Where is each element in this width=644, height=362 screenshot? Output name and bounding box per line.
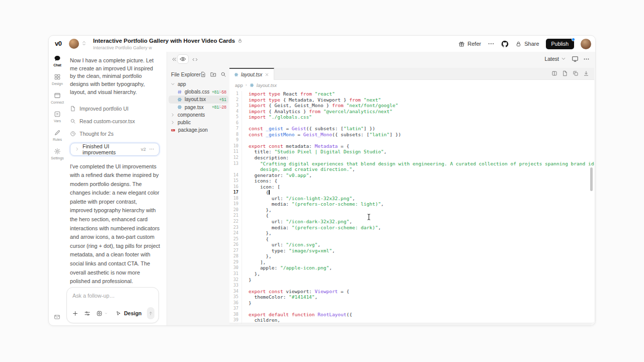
mail-icon[interactable]	[54, 314, 60, 320]
code-toggle-icon[interactable]	[192, 56, 198, 63]
tree-item-app[interactable]: app	[169, 80, 228, 88]
sidebar-item-chat[interactable]: Chat	[49, 55, 66, 67]
tree-item-components[interactable]: components	[169, 111, 228, 119]
code-line: 24 },	[229, 230, 594, 236]
chat-icon	[54, 55, 61, 62]
arrow-up-icon	[148, 311, 153, 316]
scrollbar-thumb[interactable]	[590, 167, 593, 191]
download-icon[interactable]	[583, 70, 589, 76]
tab-layout-tsx[interactable]: layout.tsx	[229, 68, 274, 80]
preview-toggle[interactable]	[177, 54, 189, 64]
sidebar-item-label: Settings	[51, 156, 63, 160]
input-placeholder: Ask a follow-up…	[72, 293, 115, 299]
hash-file-icon	[177, 89, 182, 95]
file-text-icon[interactable]	[562, 70, 568, 76]
project-switcher-icon[interactable]	[81, 40, 87, 46]
code-line: 23 media: "(prefers-color-scheme: dark)"…	[229, 225, 594, 231]
notification-dot	[572, 38, 575, 41]
frame-icon[interactable]	[96, 310, 103, 317]
composer-toolbar: Design	[72, 307, 154, 319]
sidebar-item-label: Vars	[54, 119, 61, 123]
search-icon[interactable]	[220, 71, 226, 77]
settings-icon	[54, 148, 61, 155]
tree-item-layout-tsx[interactable]: layout.tsx+51	[169, 96, 228, 103]
code-line: 31 },	[229, 271, 594, 277]
assistant-summary: I've completed the UI improvements with …	[70, 162, 160, 286]
plus-icon[interactable]	[72, 310, 78, 317]
new-file-icon[interactable]	[200, 71, 206, 77]
code-line: 36 }	[229, 300, 594, 306]
step-item[interactable]: Read custom-cursor.tsx	[70, 115, 159, 128]
nav-rail: Chat Design Connect Vars Rules Settings	[49, 55, 66, 160]
tree-item-globals-css[interactable]: globals.css+81/-58	[169, 88, 228, 96]
avatar[interactable]	[69, 39, 79, 49]
chevron-down-icon[interactable]	[105, 311, 107, 316]
sidebar-item-settings[interactable]: Settings	[49, 148, 66, 160]
copy-icon[interactable]	[573, 70, 579, 76]
page-title: Interactive Portfolio Gallery with Hover…	[93, 38, 235, 44]
sidebar-item-design[interactable]: Design	[49, 73, 66, 85]
code-line: 14 generator: "v0.app",	[229, 172, 594, 178]
monitor-icon[interactable]	[572, 55, 579, 62]
sidebar-item-connect[interactable]: Connect	[49, 92, 66, 104]
step-label: Read custom-cursor.tsx	[79, 118, 135, 124]
diff-stats: +51	[219, 97, 226, 102]
sidebar-item-vars[interactable]: Vars	[49, 111, 66, 123]
rules-icon	[54, 129, 61, 136]
sidebar-item-rules[interactable]: Rules	[49, 129, 66, 141]
workspace-panel: Latest File Explorer app globals.css+81/…	[167, 52, 595, 325]
code-line: 3 import { Geist, Geist_Mono } from "nex…	[229, 103, 594, 109]
editor-actions	[551, 70, 589, 76]
step-item[interactable]: Thought for 2s	[70, 128, 159, 140]
sliders-icon[interactable]	[84, 310, 91, 317]
code-line: 37	[229, 306, 594, 312]
new-folder-icon[interactable]	[210, 71, 216, 77]
chevron-right-icon	[75, 147, 79, 151]
collapse-panel-icon[interactable]	[171, 56, 177, 62]
code-line: 22 url: "/icon-dark-32x32.png",	[229, 219, 594, 225]
diff-stats: +81/-28	[212, 105, 226, 110]
vars-icon	[54, 111, 61, 118]
tree-item-package-json[interactable]: package.json	[169, 126, 228, 134]
code-line: 19 media: "(prefers-color-scheme: light)…	[229, 201, 594, 207]
file-explorer-actions	[200, 71, 226, 77]
followup-input[interactable]: Ask a follow-up… Design	[66, 287, 159, 323]
react-file-icon	[234, 72, 238, 77]
tree-item-page-tsx[interactable]: page.tsx+81/-28	[169, 104, 228, 111]
code-line: 34 export const viewport: Viewport = {	[229, 289, 594, 295]
code-line: 30 apple: "/apple-icon.png",	[229, 265, 594, 271]
avatar[interactable]	[581, 39, 591, 49]
sidebar-item-label: Design	[52, 82, 63, 85]
design-mode-toggle[interactable]: Design	[116, 310, 141, 316]
breadcrumb: app › layout.tsx	[229, 80, 594, 90]
columns-icon[interactable]	[551, 70, 557, 76]
close-tab-icon[interactable]	[265, 72, 269, 77]
tree-item-public[interactable]: public	[169, 119, 228, 126]
share-button[interactable]: Share	[515, 41, 539, 47]
more-icon[interactable]	[583, 56, 590, 62]
chevron-down-icon	[171, 82, 175, 86]
code-line: 21 {	[229, 213, 594, 219]
more-icon[interactable]	[149, 146, 154, 152]
code-line: 11 title: "Studio Pixel | Digital Design…	[229, 149, 594, 155]
assistant-message: Now I have a complete picture. Let me cr…	[70, 57, 159, 97]
page-subtitle: Interactive Portfolio Gallery w	[93, 45, 152, 50]
code-line: 2 import type { Metadata, Viewport } fro…	[229, 97, 594, 103]
v0-logo[interactable]: v0	[55, 40, 61, 47]
step-item[interactable]: Improved portfolio UI	[70, 103, 159, 115]
refer-button[interactable]: Refer	[458, 41, 481, 47]
task-card[interactable]: Finished UI improvements v2	[70, 143, 159, 156]
topbar: v0 Interactive Portfolio Gallery with Ho…	[49, 36, 595, 52]
code-area[interactable]: 1 import type React from "react" 2 impor…	[229, 91, 594, 324]
version-dropdown[interactable]: Latest	[544, 56, 566, 62]
more-menu-icon[interactable]	[488, 40, 495, 47]
code-line: 6	[229, 120, 594, 126]
chevron-right-icon	[171, 113, 175, 117]
send-button[interactable]	[147, 307, 154, 319]
code-line: 25 {	[229, 236, 594, 242]
file-explorer-title: File Explorer	[171, 71, 201, 77]
npm-file-icon	[171, 128, 176, 133]
code-line: 10 export const metadata: Metadata = {	[229, 143, 594, 149]
publish-button[interactable]: Publish	[546, 39, 574, 49]
github-icon[interactable]	[501, 40, 509, 48]
